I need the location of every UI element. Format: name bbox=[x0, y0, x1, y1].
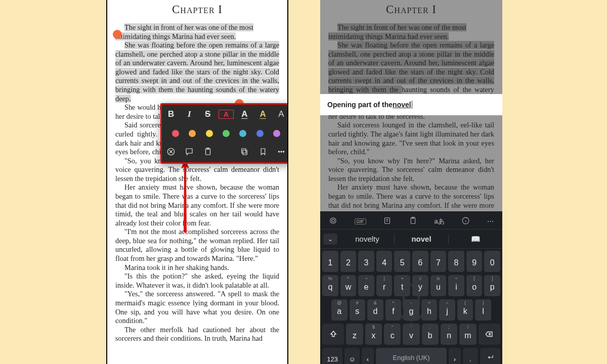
highlight-a-button[interactable]: A bbox=[219, 110, 234, 119]
color-purple[interactable] bbox=[273, 130, 280, 137]
key-r[interactable]: |r bbox=[376, 275, 393, 296]
key-9[interactable]: 9 bbox=[466, 251, 483, 272]
format-row-actions bbox=[162, 143, 288, 162]
key-j[interactable]: =j bbox=[439, 299, 455, 321]
toolbar-more-icon[interactable]: ⋯ bbox=[487, 217, 494, 225]
reader-screenshot-left: Chapter I The sight in front of her was … bbox=[106, 0, 288, 364]
key-row-4: z $x "c 'v :b ;n !m bbox=[322, 324, 500, 345]
svg-rect-10 bbox=[385, 217, 390, 223]
color-red[interactable] bbox=[172, 130, 179, 137]
key-0[interactable]: 0 bbox=[484, 251, 500, 272]
color-a2-button[interactable]: A bbox=[274, 109, 288, 119]
svg-point-9 bbox=[331, 219, 334, 222]
key-u[interactable]: πu bbox=[430, 275, 447, 296]
book-body: The sight in front of her was one of the… bbox=[107, 23, 287, 343]
key-8[interactable]: 8 bbox=[448, 251, 464, 272]
note-input-bar[interactable]: Opening part of the novel bbox=[320, 94, 502, 115]
key-row-5: 123 ☺ ‹ English (UK) › . bbox=[322, 348, 500, 364]
color-cyan[interactable] bbox=[239, 130, 246, 137]
suggestion-3[interactable]: 📖 bbox=[449, 235, 502, 244]
copy-icon[interactable] bbox=[237, 147, 252, 158]
key-left[interactable]: ‹ bbox=[362, 348, 373, 364]
key-7[interactable]: 7 bbox=[430, 251, 447, 272]
key-z[interactable]: z bbox=[346, 324, 363, 345]
selection-handle-start[interactable] bbox=[113, 30, 122, 39]
underline-a-button[interactable]: A bbox=[237, 109, 252, 119]
key-1[interactable]: 1 bbox=[322, 251, 338, 272]
text-cursor bbox=[412, 101, 412, 109]
chapter-title: Chapter I bbox=[320, 0, 502, 23]
key-123[interactable]: 123 bbox=[322, 348, 342, 364]
bold-button[interactable]: B bbox=[163, 109, 179, 119]
color-orange[interactable] bbox=[189, 130, 196, 137]
key-enter[interactable] bbox=[480, 348, 500, 364]
key-w[interactable]: ^w bbox=[340, 275, 357, 296]
strikethrough-button[interactable]: S bbox=[200, 109, 215, 119]
key-i[interactable]: ÷i bbox=[448, 275, 464, 296]
key-y[interactable]: √y bbox=[412, 275, 428, 296]
key-backspace[interactable] bbox=[479, 324, 500, 345]
key-t[interactable]: •t bbox=[394, 275, 410, 296]
key-g[interactable]: -g bbox=[403, 299, 419, 321]
key-a[interactable]: @a bbox=[331, 299, 348, 321]
color-blue[interactable] bbox=[256, 130, 264, 137]
color-a1-button[interactable]: A bbox=[255, 109, 271, 119]
key-l[interactable]: )l bbox=[475, 299, 491, 321]
color-green[interactable] bbox=[223, 130, 230, 137]
key-x[interactable]: $x bbox=[365, 324, 382, 345]
selected-text[interactable]: The sight in front of her was one of the… bbox=[328, 23, 466, 40]
key-space[interactable]: English (UK) bbox=[376, 348, 447, 364]
clipboard-icon[interactable] bbox=[200, 147, 215, 158]
more-icon[interactable] bbox=[274, 147, 288, 158]
key-3[interactable]: 3 bbox=[358, 251, 374, 272]
key-s[interactable]: #s bbox=[350, 299, 366, 321]
key-row-3: @a #s &d *f -g +h =j (k )l bbox=[322, 299, 500, 321]
key-h[interactable]: +h bbox=[421, 299, 438, 321]
toolbar-translate-button[interactable]: aあ bbox=[435, 217, 445, 226]
key-emoji[interactable]: ☺ bbox=[344, 348, 360, 364]
key-4[interactable]: 4 bbox=[376, 251, 393, 272]
text-format-popup: B I S A A A A bbox=[160, 103, 288, 164]
key-n[interactable]: ;n bbox=[441, 324, 457, 345]
suggestion-2[interactable]: novel bbox=[395, 235, 448, 243]
key-b[interactable]: :b bbox=[422, 324, 439, 345]
key-o[interactable]: {o bbox=[466, 275, 483, 296]
para: "Yes," the sorceress answered. "A spell … bbox=[115, 290, 279, 325]
comment-icon[interactable] bbox=[182, 147, 197, 158]
key-6[interactable]: 6 bbox=[412, 251, 428, 272]
key-shift[interactable] bbox=[322, 324, 344, 345]
italic-button[interactable]: I bbox=[182, 109, 197, 119]
key-q[interactable]: %q bbox=[322, 275, 338, 296]
toolbar-sticker-icon[interactable] bbox=[329, 216, 337, 226]
color-yellow[interactable] bbox=[206, 130, 213, 137]
key-e[interactable]: ~e bbox=[358, 275, 374, 296]
reader-screenshot-right: Chapter I The sight in front of her was … bbox=[320, 0, 502, 364]
toolbar-gif-button[interactable]: GIF bbox=[355, 218, 366, 224]
key-2[interactable]: 2 bbox=[340, 251, 357, 272]
key-m[interactable]: !m bbox=[459, 324, 476, 345]
key-5[interactable]: 5 bbox=[394, 251, 410, 272]
para: "I'm not the most accomplished sorceress… bbox=[115, 228, 279, 263]
key-p[interactable]: }p bbox=[484, 275, 500, 296]
key-period[interactable]: . bbox=[463, 348, 478, 364]
key-d[interactable]: &d bbox=[367, 299, 383, 321]
key-k[interactable]: (k bbox=[457, 299, 473, 321]
suggestion-1[interactable]: novelty bbox=[340, 235, 394, 243]
selected-text[interactable]: The sight in front of her was one of the… bbox=[115, 23, 253, 40]
note-text-underlined: novel bbox=[393, 101, 411, 109]
toolbar-info-icon[interactable] bbox=[461, 216, 470, 226]
bookmark-icon[interactable] bbox=[255, 147, 271, 158]
para: "So, you know why I'm here?" Marina aske… bbox=[328, 157, 494, 184]
collapse-suggestions[interactable]: ⌄ bbox=[323, 234, 337, 245]
key-v[interactable]: 'v bbox=[403, 324, 419, 345]
svg-rect-4 bbox=[242, 149, 246, 153]
note-text: Opening part of the bbox=[327, 101, 393, 109]
toolbar-clipboard-icon[interactable] bbox=[409, 216, 417, 226]
para: "Is this the potion?" she asked, eyeing … bbox=[115, 272, 279, 290]
selected-text[interactable]: She was floating before the open remains… bbox=[115, 41, 279, 102]
toolbar-note-icon[interactable] bbox=[383, 216, 392, 226]
clear-format-icon[interactable] bbox=[163, 147, 179, 158]
key-c[interactable]: "c bbox=[384, 324, 401, 345]
key-f[interactable]: *f bbox=[385, 299, 402, 321]
key-right[interactable]: › bbox=[449, 348, 460, 364]
